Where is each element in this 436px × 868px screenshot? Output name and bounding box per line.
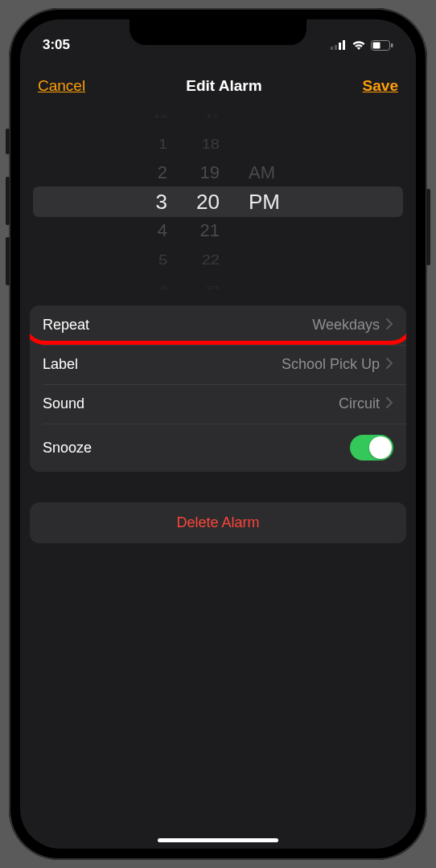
save-button[interactable]: Save (363, 77, 398, 95)
selected-ampm: PM (244, 187, 285, 216)
wifi-icon (352, 40, 366, 51)
sound-row[interactable]: Sound Circuit (30, 384, 406, 424)
power-button (426, 189, 430, 265)
settings-group: Repeat Weekdays Label School Pick Up (30, 305, 406, 472)
snooze-toggle[interactable] (350, 435, 393, 461)
selected-minute: 20 (191, 187, 224, 216)
snooze-label: Snooze (43, 440, 92, 457)
cancel-button[interactable]: Cancel (38, 77, 85, 95)
svg-rect-5 (373, 42, 380, 48)
time-picker[interactable]: 12 1 2 3 4 5 6 17 18 19 20 21 22 23 (30, 114, 406, 289)
svg-rect-3 (343, 40, 345, 50)
selected-hour: 3 (140, 187, 172, 216)
page-title: Edit Alarm (186, 77, 261, 95)
ampm-column[interactable]: AM PM – (244, 114, 285, 289)
status-time: 3:05 (43, 37, 70, 53)
volume-up-button (6, 177, 10, 225)
label-value: School Pick Up (282, 356, 380, 373)
svg-rect-2 (339, 43, 341, 50)
mute-switch (6, 129, 10, 154)
nav-bar: Cancel Edit Alarm Save (20, 59, 416, 111)
label-label: Label (43, 356, 78, 373)
svg-rect-0 (331, 47, 333, 50)
delete-group: Delete Alarm (30, 502, 406, 543)
repeat-label: Repeat (43, 317, 89, 334)
notch (130, 19, 306, 45)
chevron-right-icon (386, 395, 393, 412)
chevron-right-icon (386, 356, 393, 373)
sound-label: Sound (43, 395, 84, 412)
chevron-right-icon (386, 317, 393, 334)
delete-alarm-button[interactable]: Delete Alarm (30, 502, 406, 543)
sound-value: Circuit (339, 395, 380, 412)
label-row[interactable]: Label School Pick Up (30, 345, 406, 384)
cellular-icon (331, 40, 347, 50)
volume-down-button (6, 237, 10, 285)
svg-rect-1 (335, 45, 337, 50)
repeat-row[interactable]: Repeat Weekdays (30, 305, 406, 345)
screen: 3:05 (20, 19, 416, 849)
toggle-knob (369, 436, 392, 459)
minute-column[interactable]: 17 18 19 20 21 22 23 (191, 114, 224, 289)
status-icons (331, 40, 393, 51)
hour-column[interactable]: 12 1 2 3 4 5 6 (140, 114, 172, 289)
home-indicator[interactable] (158, 838, 278, 842)
repeat-value: Weekdays (312, 317, 380, 334)
battery-icon (371, 40, 393, 51)
svg-rect-6 (391, 43, 393, 47)
phone-frame: 3:05 (9, 8, 427, 860)
snooze-row: Snooze (30, 424, 406, 472)
